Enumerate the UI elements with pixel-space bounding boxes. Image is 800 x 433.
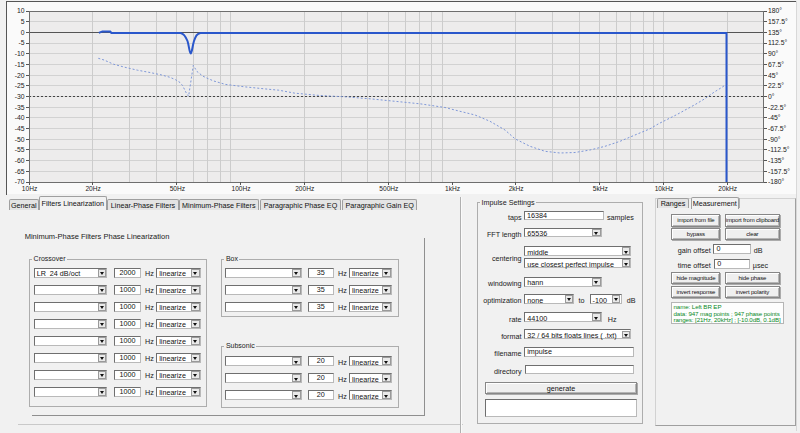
svg-text:-30: -30 bbox=[15, 93, 25, 100]
svg-text:-55: -55 bbox=[15, 146, 25, 153]
svg-text:-135°: -135° bbox=[768, 157, 785, 164]
svg-text:45°: 45° bbox=[768, 72, 779, 79]
svg-text:157.5°: 157.5° bbox=[768, 18, 788, 25]
svg-text:20Hz: 20Hz bbox=[85, 185, 100, 192]
svg-text:10: 10 bbox=[17, 7, 25, 14]
svg-text:50Hz: 50Hz bbox=[170, 185, 185, 192]
svg-text:0°: 0° bbox=[768, 93, 775, 100]
svg-text:-45°: -45° bbox=[768, 114, 781, 121]
svg-text:180°: 180° bbox=[768, 7, 782, 14]
svg-text:90°: 90° bbox=[768, 50, 779, 57]
svg-text:-60: -60 bbox=[15, 157, 25, 164]
svg-text:-50: -50 bbox=[15, 136, 25, 143]
svg-text:-45: -45 bbox=[15, 125, 25, 132]
svg-text:-10: -10 bbox=[15, 50, 25, 57]
svg-text:-180°: -180° bbox=[768, 178, 785, 185]
svg-text:-90°: -90° bbox=[768, 136, 781, 143]
svg-text:2kHz: 2kHz bbox=[509, 185, 524, 192]
svg-text:112.5°: 112.5° bbox=[768, 39, 788, 46]
svg-text:-157.5°: -157.5° bbox=[768, 168, 790, 175]
svg-text:5: 5 bbox=[21, 18, 25, 25]
svg-text:135°: 135° bbox=[768, 29, 782, 36]
svg-text:67.5°: 67.5° bbox=[768, 61, 784, 68]
svg-text:-112.5°: -112.5° bbox=[768, 146, 790, 153]
svg-text:-5: -5 bbox=[18, 39, 24, 46]
svg-text:5kHz: 5kHz bbox=[593, 185, 608, 192]
svg-text:200Hz: 200Hz bbox=[295, 185, 314, 192]
svg-text:-22.5°: -22.5° bbox=[768, 104, 786, 111]
svg-text:-35: -35 bbox=[15, 104, 25, 111]
svg-text:10Hz: 10Hz bbox=[22, 185, 37, 192]
svg-text:20kHz: 20kHz bbox=[718, 185, 737, 192]
svg-text:-40: -40 bbox=[15, 114, 25, 121]
svg-text:10kHz: 10kHz bbox=[655, 185, 674, 192]
svg-text:500Hz: 500Hz bbox=[379, 185, 398, 192]
svg-text:1kHz: 1kHz bbox=[445, 185, 460, 192]
svg-text:-15: -15 bbox=[15, 61, 25, 68]
svg-text:-20: -20 bbox=[15, 72, 25, 79]
svg-text:100Hz: 100Hz bbox=[231, 185, 250, 192]
svg-text:-67.5°: -67.5° bbox=[768, 125, 786, 132]
svg-text:22.5°: 22.5° bbox=[768, 82, 784, 89]
svg-text:-65: -65 bbox=[15, 168, 25, 175]
svg-text:-25: -25 bbox=[15, 82, 25, 89]
svg-text:0: 0 bbox=[21, 29, 25, 36]
